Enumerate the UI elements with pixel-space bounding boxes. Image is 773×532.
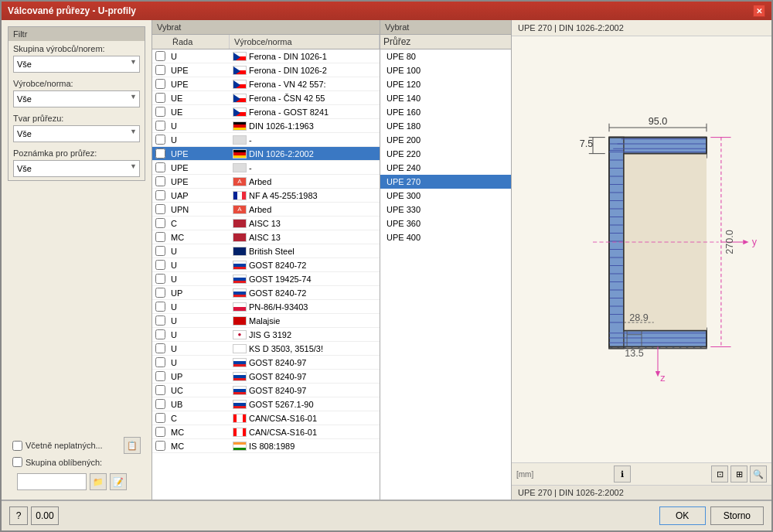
prurez-item[interactable]: UPE 360	[380, 217, 511, 230]
row-checkbox[interactable]	[155, 148, 165, 159]
cell-norma: GOST 5267.1-90	[230, 398, 380, 411]
ok-button[interactable]: OK	[659, 506, 706, 525]
prurez-item[interactable]: UPE 100	[380, 63, 511, 77]
table-row[interactable]: UB GOST 5267.1-90	[152, 397, 380, 411]
row-checkbox[interactable]	[155, 190, 165, 200]
vybrat-table-container[interactable]: Řada Výrobce/norma U Ferona - DIN 1026-1…	[152, 35, 380, 500]
table-row[interactable]: U PN-86/H-93403	[152, 300, 380, 314]
zoom-btn[interactable]: ⊞	[730, 466, 747, 483]
table-row[interactable]: MC CAN/CSA-S16-01	[152, 425, 380, 439]
table-row[interactable]: UAP NF A 45-255:1983	[152, 189, 380, 203]
table-row[interactable]: UPE Ferona - DIN 1026-2	[152, 63, 380, 77]
table-row[interactable]: MC IS 808:1989	[152, 439, 380, 453]
table-row[interactable]: MC AISC 13	[152, 230, 380, 244]
table-row[interactable]: C CAN/CSA-S16-01	[152, 411, 380, 425]
row-checkbox[interactable]	[155, 204, 165, 214]
vyrobce-select[interactable]: Vše	[13, 90, 140, 107]
help-btn[interactable]: ?	[9, 506, 28, 525]
cell-rada: UB	[168, 398, 230, 411]
table-row[interactable]: U GOST 8240-72	[152, 258, 380, 272]
row-checkbox[interactable]	[155, 51, 165, 61]
row-checkbox[interactable]	[155, 121, 165, 131]
table-row[interactable]: U KS D 3503, 3515/3!	[152, 342, 380, 356]
row-checkbox[interactable]	[155, 65, 165, 75]
table-row[interactable]: U GOST 19425-74	[152, 272, 380, 286]
table-row[interactable]: U GOST 8240-97	[152, 356, 380, 370]
row-checkbox[interactable]	[155, 357, 165, 367]
table-row[interactable]: UP GOST 8240-97	[152, 370, 380, 384]
row-checkbox[interactable]	[155, 385, 165, 395]
vcetne-checkbox[interactable]	[12, 441, 22, 451]
row-checkbox[interactable]	[155, 135, 165, 145]
table-row[interactable]: UPE DIN 1026-2:2002	[152, 147, 380, 161]
prurez-item[interactable]: UPE 300	[380, 189, 511, 203]
vcetne-icon-btn[interactable]: 📋	[124, 437, 141, 454]
prurez-item[interactable]: UPE 270	[380, 175, 511, 189]
row-checkbox[interactable]	[155, 232, 165, 242]
table-row[interactable]: UE Ferona - GOST 8241	[152, 105, 380, 119]
prurez-item[interactable]: UPE 400	[380, 230, 511, 244]
row-checkbox[interactable]	[155, 315, 165, 326]
row-checkbox[interactable]	[155, 218, 165, 228]
prurez-item[interactable]: UPE 120	[380, 77, 511, 91]
prurez-item[interactable]: UPE 160	[380, 105, 511, 119]
row-checkbox[interactable]	[155, 302, 165, 312]
table-row[interactable]: U JIS G 3192	[152, 328, 380, 342]
zoom-fit-btn[interactable]: ⊡	[711, 466, 728, 483]
close-button[interactable]: ✕	[753, 5, 765, 17]
row-checkbox[interactable]	[155, 93, 165, 103]
row-checkbox[interactable]	[155, 176, 165, 186]
oblib-select[interactable]	[17, 473, 87, 490]
prurez-item[interactable]: UPE 180	[380, 119, 511, 133]
table-row[interactable]: UPE Ferona - VN 42 557:	[152, 77, 380, 91]
table-row[interactable]: C AISC 13	[152, 217, 380, 230]
row-checkbox[interactable]	[155, 274, 165, 284]
prurez-item[interactable]: UPE 330	[380, 203, 511, 217]
drawing-header: UPE 270 | DIN 1026-2:2002	[512, 20, 771, 36]
row-checkbox[interactable]	[155, 399, 165, 409]
row-checkbox[interactable]	[155, 246, 165, 256]
table-row[interactable]: U -	[152, 133, 380, 147]
table-row[interactable]: U Ferona - DIN 1026-1	[152, 49, 380, 63]
table-row[interactable]: UPN A Arbed	[152, 203, 380, 217]
table-row[interactable]: UP GOST 8240-72	[152, 286, 380, 300]
settings-btn[interactable]: 🔍	[750, 466, 767, 483]
skupina-oblib-checkbox[interactable]	[12, 457, 22, 467]
row-checkbox[interactable]	[155, 107, 165, 117]
prurez-item[interactable]: UPE 240	[380, 161, 511, 175]
tvar-select[interactable]: Vše	[13, 125, 140, 142]
storno-button[interactable]: Storno	[710, 506, 764, 525]
table-row[interactable]: U British Steel	[152, 244, 380, 258]
oblib-add-btn[interactable]: 📁	[90, 473, 107, 490]
table-row[interactable]: UE Ferona - ČSN 42 55	[152, 91, 380, 105]
row-checkbox[interactable]	[155, 441, 165, 451]
table-row[interactable]: UC GOST 8240-97	[152, 384, 380, 397]
prurez-item[interactable]: UPE 140	[380, 91, 511, 105]
row-checkbox[interactable]	[155, 79, 165, 89]
cell-norma: CAN/CSA-S16-01	[230, 426, 380, 438]
row-checkbox[interactable]	[155, 288, 165, 298]
poznamka-select[interactable]: Vše	[13, 160, 140, 177]
row-checkbox[interactable]	[155, 371, 165, 381]
oblib-edit-btn[interactable]: 📝	[110, 473, 127, 490]
row-checkbox[interactable]	[155, 260, 165, 270]
vyrobce-field: Výrobce/norma: Vše	[9, 76, 145, 111]
info-btn[interactable]: ℹ	[614, 466, 631, 483]
table-row[interactable]: UPE A Arbed	[152, 175, 380, 189]
prurez-list[interactable]: UPE 80UPE 100UPE 120UPE 140UPE 160UPE 18…	[380, 49, 511, 500]
cell-rada: U	[168, 343, 230, 355]
row-checkbox[interactable]	[155, 329, 165, 339]
row-checkbox[interactable]	[155, 162, 165, 172]
skupina-select[interactable]: Vše	[13, 56, 140, 73]
table-row[interactable]: U DIN 1026-1:1963	[152, 119, 380, 133]
row-checkbox[interactable]	[155, 343, 165, 353]
middle-section: Vybrat Řada Výrobce/norma U Ferona - DIN…	[152, 20, 771, 500]
prurez-item[interactable]: UPE 200	[380, 133, 511, 147]
row-checkbox[interactable]	[155, 413, 165, 423]
prurez-item[interactable]: UPE 80	[380, 49, 511, 63]
prurez-item[interactable]: UPE 220	[380, 147, 511, 161]
table-row[interactable]: UPE -	[152, 161, 380, 175]
table-row[interactable]: U Malajsie	[152, 314, 380, 328]
info-bottom-btn[interactable]: 0.00	[31, 506, 59, 525]
row-checkbox[interactable]	[155, 427, 165, 437]
